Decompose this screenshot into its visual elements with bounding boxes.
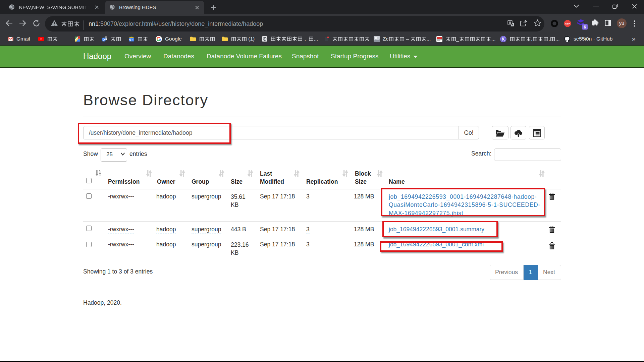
svg-text:6: 6: [584, 25, 586, 29]
svg-text:ABP: ABP: [565, 22, 570, 25]
